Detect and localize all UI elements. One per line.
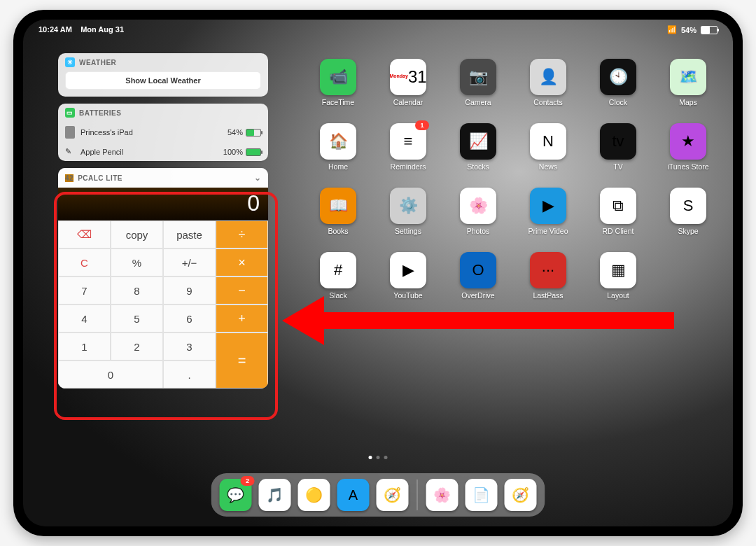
app-icon: ≡1	[390, 123, 426, 160]
app-settings[interactable]: ⚙️Settings	[373, 188, 443, 235]
dock-app-docs[interactable]: 📄	[465, 479, 498, 511]
key-sign[interactable]: +/−	[163, 248, 216, 276]
app-calendar[interactable]: Monday31Calendar	[373, 59, 443, 106]
key-minus[interactable]: −	[216, 276, 268, 304]
key-percent[interactable]: %	[111, 248, 163, 276]
key-equals[interactable]: =	[216, 332, 268, 388]
app-slack[interactable]: #Slack	[303, 252, 373, 300]
battery-name: Princess's iPad	[80, 128, 133, 136]
screen: 10:24 AM Mon Aug 31 📶 54% ☀ WEATHER Show…	[23, 20, 733, 526]
badge: 2	[241, 476, 255, 486]
page-indicator[interactable]	[369, 456, 388, 459]
app-facetime[interactable]: 📹FaceTime	[303, 59, 373, 106]
status-battery-pct: 54%	[681, 26, 696, 34]
app-camera[interactable]: 📷Camera	[443, 59, 513, 106]
status-bar: 10:24 AM Mon Aug 31 📶 54%	[23, 24, 733, 38]
app-reminders[interactable]: ≡1Reminders	[373, 123, 443, 171]
app-tv[interactable]: tvTV	[583, 123, 653, 171]
weather-widget[interactable]: ☀ WEATHER Show Local Weather	[58, 53, 268, 97]
app-itunes-store[interactable]: ★iTunes Store	[653, 123, 723, 171]
dock-app-music[interactable]: 🎵	[259, 479, 291, 511]
key-1[interactable]: 1	[58, 332, 111, 360]
app-label: Home	[328, 162, 348, 171]
app-icon: 📷	[460, 59, 496, 95]
app-label: Contacts	[533, 98, 562, 106]
key-4[interactable]: 4	[58, 304, 111, 332]
app-books[interactable]: 📖Books	[303, 188, 373, 235]
key-2[interactable]: 2	[111, 332, 163, 360]
app-label: iTunes Store	[667, 162, 708, 171]
app-label: LastPass	[533, 291, 563, 300]
key-6[interactable]: 6	[163, 304, 216, 332]
app-contacts[interactable]: 👤Contacts	[513, 59, 583, 106]
dock-separator	[417, 479, 418, 510]
app-clock[interactable]: 🕙Clock	[583, 59, 653, 106]
key-9[interactable]: 9	[163, 276, 216, 304]
dock-app-photos[interactable]: 🌸	[426, 479, 458, 511]
app-label: Settings	[395, 227, 421, 235]
calc-display: 0	[58, 188, 268, 220]
app-icon: ▶	[390, 252, 426, 288]
app-label: Slack	[329, 291, 347, 300]
app-photos[interactable]: 🌸Photos	[443, 188, 513, 235]
app-overdrive[interactable]: OOverDrive	[443, 252, 513, 300]
key-clear[interactable]: C	[58, 248, 111, 276]
dock-app-messages[interactable]: 💬2	[220, 479, 252, 511]
app-layout[interactable]: ▦Layout	[583, 252, 653, 300]
app-icon: 📖	[320, 188, 356, 224]
app-icon: ▦	[600, 252, 636, 288]
batteries-widget[interactable]: ▭ BATTERIES Princess's iPad 54% ✎Apple P…	[58, 104, 268, 161]
app-skype[interactable]: SSkype	[653, 188, 723, 235]
app-icon: O	[460, 252, 496, 288]
show-local-weather-button[interactable]: Show Local Weather	[65, 71, 261, 90]
dock-app-chrome[interactable]: 🟡	[298, 479, 330, 511]
app-stocks[interactable]: 📈Stocks	[443, 123, 513, 171]
key-divide[interactable]: ÷	[216, 220, 268, 248]
key-multiply[interactable]: ×	[216, 248, 268, 276]
app-label: Layout	[607, 291, 629, 300]
app-label: TV	[613, 162, 622, 171]
app-label: Photos	[467, 227, 490, 235]
app-news[interactable]: NNews	[513, 123, 583, 171]
battery-pct: 54%	[227, 128, 243, 136]
key-0[interactable]: 0	[58, 360, 163, 388]
app-icon: 📹	[320, 59, 356, 95]
app-icon: ···	[530, 252, 566, 288]
key-3[interactable]: 3	[163, 332, 216, 360]
key-backspace[interactable]: ⌫	[58, 220, 111, 248]
badge: 1	[415, 120, 429, 130]
dock-app-app-store[interactable]: A	[337, 479, 370, 511]
app-icon: 🗺️	[670, 59, 706, 95]
app-youtube[interactable]: ▶YouTube	[373, 252, 443, 300]
app-maps[interactable]: 🗺️Maps	[653, 59, 723, 106]
pcalc-widget[interactable]: 42 PCALC LITE ⌄ 0 ⌫ copy paste ÷ C % +/−…	[58, 168, 268, 388]
app-icon: S	[670, 188, 706, 224]
key-5[interactable]: 5	[111, 304, 163, 332]
dock-app-safari[interactable]: 🧭	[377, 479, 409, 511]
weather-title: WEATHER	[79, 59, 116, 66]
app-label: Skype	[678, 227, 698, 235]
dock-app-safari[interactable]: 🧭	[505, 479, 537, 511]
key-plus[interactable]: +	[216, 304, 268, 332]
chevron-down-icon[interactable]: ⌄	[254, 173, 262, 183]
key-paste[interactable]: paste	[163, 220, 216, 248]
pcalc-title: PCALC LITE	[78, 174, 122, 182]
batteries-icon: ▭	[65, 108, 75, 118]
key-dot[interactable]: .	[163, 360, 216, 388]
key-7[interactable]: 7	[58, 276, 111, 304]
app-label: News	[539, 162, 557, 171]
today-view[interactable]: ☀ WEATHER Show Local Weather ▭ BATTERIES…	[58, 53, 268, 388]
app-label: Calendar	[393, 98, 424, 106]
app-label: FaceTime	[322, 98, 354, 106]
pcalc-icon: 42	[65, 174, 74, 182]
key-copy[interactable]: copy	[111, 220, 163, 248]
app-rd-client[interactable]: ⧉RD Client	[583, 188, 653, 235]
app-label: Clock	[609, 98, 627, 106]
app-lastpass[interactable]: ···LastPass	[513, 252, 583, 300]
app-icon: 🕙	[600, 59, 636, 95]
dock[interactable]: 💬2🎵🟡A🧭🌸📄🧭	[211, 473, 545, 517]
app-home[interactable]: 🏠Home	[303, 123, 373, 171]
app-prime-video[interactable]: ▶Prime Video	[513, 188, 583, 235]
home-screen-apps[interactable]: 📹FaceTimeMonday31Calendar📷Camera👤Contact…	[303, 59, 723, 300]
key-8[interactable]: 8	[111, 276, 163, 304]
